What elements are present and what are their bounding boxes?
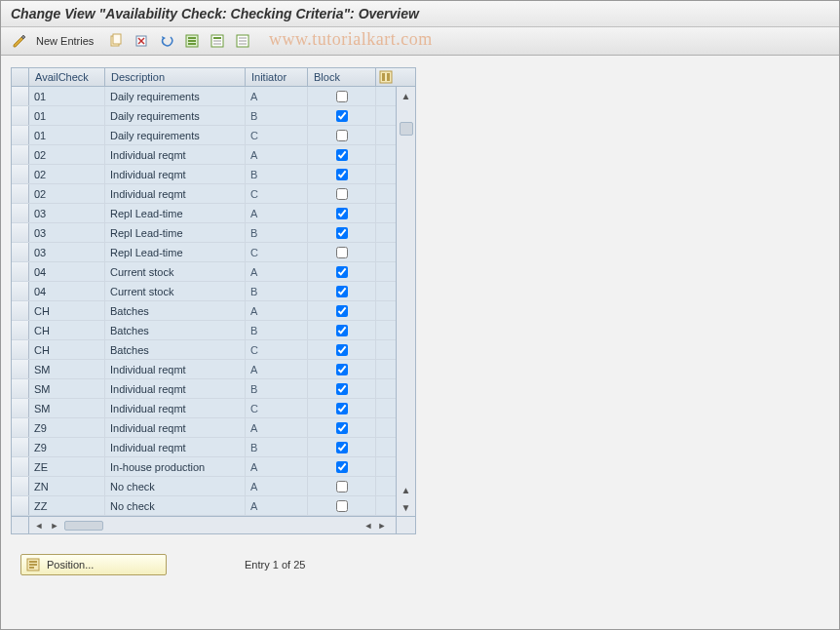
cell-initiator[interactable]: A [246, 360, 308, 378]
table-row[interactable]: SMIndividual reqmtC [12, 399, 396, 418]
block-checkbox[interactable] [336, 130, 348, 141]
block-checkbox[interactable] [336, 364, 348, 375]
cell-availcheck[interactable]: ZE [29, 457, 105, 476]
row-selector[interactable] [12, 204, 29, 222]
table-row[interactable]: ZEIn-house productionA [12, 457, 396, 477]
cell-availcheck[interactable]: 01 [29, 87, 105, 105]
table-row[interactable]: ZNNo checkA [12, 477, 396, 496]
cell-availcheck[interactable]: CH [29, 321, 105, 339]
row-selector[interactable] [12, 165, 29, 183]
block-checkbox[interactable] [336, 208, 348, 219]
row-selector[interactable] [12, 301, 29, 320]
table-row[interactable]: Z9Individual reqmtA [12, 418, 396, 438]
cell-availcheck[interactable]: Z9 [29, 438, 105, 456]
scroll-up-icon[interactable]: ▲ [400, 89, 413, 102]
table-row[interactable]: 02Individual reqmtB [12, 165, 396, 184]
cell-initiator[interactable]: A [246, 145, 308, 164]
row-selector[interactable] [12, 477, 29, 495]
deselect-all-icon[interactable] [232, 30, 253, 52]
cell-availcheck[interactable]: ZZ [29, 496, 105, 515]
block-checkbox[interactable] [336, 481, 348, 492]
cell-availcheck[interactable]: CH [29, 301, 105, 320]
scroll-down-icon-2[interactable]: ▼ [400, 500, 413, 514]
cell-initiator[interactable]: B [246, 438, 308, 456]
row-selector[interactable] [12, 223, 29, 242]
table-row[interactable]: 04Current stockA [12, 262, 396, 282]
block-checkbox[interactable] [336, 266, 348, 278]
block-checkbox[interactable] [336, 91, 348, 102]
table-row[interactable]: ZZNo checkA [12, 496, 396, 516]
select-all-icon[interactable] [181, 30, 203, 52]
row-selector[interactable] [12, 106, 29, 125]
row-selector[interactable] [12, 145, 29, 164]
undo-icon[interactable] [156, 30, 177, 52]
cell-initiator[interactable]: B [246, 379, 308, 398]
table-row[interactable]: 01Daily requirementsA [12, 87, 396, 106]
delete-icon[interactable] [131, 30, 152, 52]
cell-availcheck[interactable]: 02 [29, 184, 105, 203]
cell-availcheck[interactable]: 02 [29, 145, 105, 164]
cell-availcheck[interactable]: CH [29, 340, 105, 359]
block-checkbox[interactable] [336, 461, 348, 473]
block-checkbox[interactable] [336, 403, 348, 414]
row-selector[interactable] [12, 126, 29, 144]
hscrollbar-thumb[interactable] [64, 521, 103, 531]
table-row[interactable]: SMIndividual reqmtB [12, 379, 396, 399]
col-header-description[interactable]: Description [105, 68, 246, 86]
select-block-icon[interactable] [207, 30, 228, 52]
col-header-availcheck[interactable]: AvailCheck [29, 68, 105, 86]
block-checkbox[interactable] [336, 188, 348, 200]
table-row[interactable]: 01Daily requirementsB [12, 106, 396, 126]
block-checkbox[interactable] [336, 422, 348, 434]
block-checkbox[interactable] [336, 383, 348, 395]
row-selector[interactable] [12, 360, 29, 378]
row-selector[interactable] [12, 87, 29, 105]
table-row[interactable]: 03Repl Lead-timeC [12, 243, 396, 262]
cell-initiator[interactable]: B [246, 106, 308, 125]
cell-initiator[interactable]: A [246, 418, 308, 437]
cell-availcheck[interactable]: 02 [29, 165, 105, 183]
cell-availcheck[interactable]: 03 [29, 243, 105, 261]
block-checkbox[interactable] [336, 442, 348, 453]
cell-availcheck[interactable]: ZN [29, 477, 105, 495]
table-row[interactable]: 01Daily requirementsC [12, 126, 396, 145]
vertical-scrollbar[interactable]: ▲ ▲ ▼ [396, 87, 415, 516]
block-checkbox[interactable] [336, 500, 348, 512]
cell-initiator[interactable]: B [246, 165, 308, 183]
row-selector[interactable] [12, 340, 29, 359]
row-selector[interactable] [12, 438, 29, 456]
table-row[interactable]: CHBatchesB [12, 321, 396, 340]
cell-initiator[interactable]: A [246, 301, 308, 320]
table-row[interactable]: 02Individual reqmtA [12, 145, 396, 165]
cell-availcheck[interactable]: SM [29, 360, 105, 378]
cell-initiator[interactable]: A [246, 204, 308, 222]
scroll-right-icon[interactable]: ► [376, 520, 388, 532]
table-row[interactable]: CHBatchesC [12, 340, 396, 360]
cell-initiator[interactable]: A [246, 477, 308, 495]
block-checkbox[interactable] [336, 247, 348, 258]
cell-availcheck[interactable]: 03 [29, 223, 105, 242]
block-checkbox[interactable] [336, 305, 348, 317]
cell-initiator[interactable]: A [246, 262, 308, 281]
horizontal-scrollbar[interactable]: ◄ ► ◄ ► [12, 516, 415, 533]
table-row[interactable]: CHBatchesA [12, 301, 396, 321]
position-button[interactable]: Position... [20, 554, 167, 575]
col-header-initiator[interactable]: Initiator [246, 68, 308, 86]
new-entries-button[interactable]: New Entries [34, 35, 101, 47]
cell-initiator[interactable]: B [246, 282, 308, 300]
col-header-block[interactable]: Block [308, 68, 376, 86]
row-selector[interactable] [12, 282, 29, 300]
scroll-left-icon[interactable]: ◄ [33, 520, 45, 532]
table-row[interactable]: Z9Individual reqmtB [12, 438, 396, 457]
block-checkbox[interactable] [336, 227, 348, 239]
copy-icon[interactable] [105, 30, 127, 52]
cell-initiator[interactable]: A [246, 87, 308, 105]
block-checkbox[interactable] [336, 149, 348, 161]
block-checkbox[interactable] [336, 110, 348, 122]
table-settings-icon[interactable] [376, 68, 396, 86]
cell-initiator[interactable]: B [246, 223, 308, 242]
block-checkbox[interactable] [336, 169, 348, 180]
scroll-down-icon[interactable]: ▲ [400, 483, 413, 496]
table-row[interactable]: 02Individual reqmtC [12, 184, 396, 204]
cell-initiator[interactable]: C [246, 340, 308, 359]
